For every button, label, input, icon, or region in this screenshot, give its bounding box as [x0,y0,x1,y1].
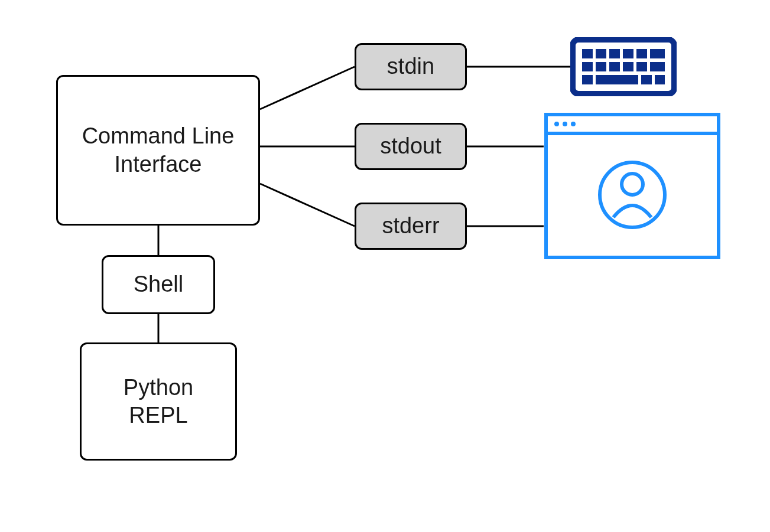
svg-point-20 [563,122,567,126]
svg-rect-2 [596,49,606,58]
svg-rect-13 [582,75,593,84]
svg-rect-14 [596,75,638,84]
node-repl: PythonREPL [80,342,237,461]
node-stderr-label: stderr [382,212,439,240]
svg-rect-9 [609,62,620,71]
node-cli: Command LineInterface [56,75,260,226]
node-repl-label: PythonREPL [124,374,193,430]
keyboard-icon [570,37,677,99]
svg-point-21 [571,122,576,126]
node-shell-label: Shell [134,270,184,299]
svg-rect-11 [636,62,647,71]
edge-cli-stderr [260,184,355,226]
svg-rect-10 [623,62,633,71]
node-stdout: stdout [355,123,467,170]
svg-rect-6 [650,49,665,58]
svg-rect-3 [609,49,620,58]
terminal-user-icon [544,112,721,262]
node-stdin: stdin [355,43,467,90]
svg-rect-1 [582,49,593,58]
svg-rect-15 [641,75,652,84]
svg-rect-5 [636,49,647,58]
svg-rect-12 [650,62,665,71]
edge-cli-stdin [260,67,355,109]
node-stdout-label: stdout [380,132,441,161]
node-stderr: stderr [355,203,467,250]
svg-point-23 [622,174,643,195]
svg-rect-8 [596,62,606,71]
svg-rect-17 [546,115,719,257]
svg-rect-16 [655,75,665,84]
svg-rect-7 [582,62,593,71]
node-stdin-label: stdin [387,53,434,81]
node-cli-label: Command LineInterface [82,122,235,178]
svg-rect-4 [623,49,633,58]
node-shell: Shell [102,255,215,314]
svg-point-19 [554,122,559,126]
